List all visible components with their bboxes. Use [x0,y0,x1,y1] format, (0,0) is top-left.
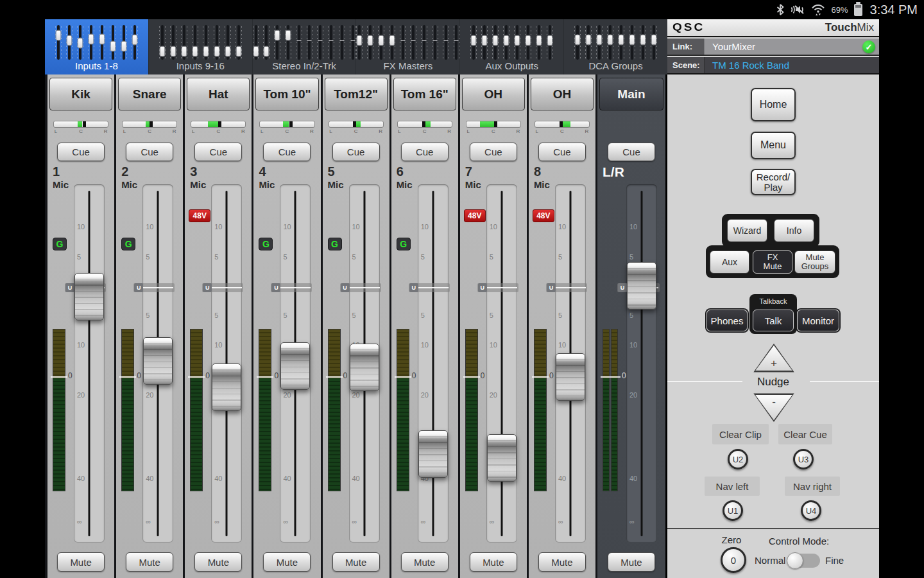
pan-control[interactable]: LCR [191,121,246,136]
pan-control[interactable]: LCR [53,121,108,136]
mute-button[interactable]: Mute [401,552,449,572]
pan-control[interactable]: LCR [259,121,314,136]
fader-knob[interactable] [74,273,104,320]
channel-name-button[interactable]: Tom 16" [393,78,456,110]
nudge-down-button[interactable]: - [753,392,795,423]
fader-knob[interactable] [212,363,241,411]
mini-fader-unity-mark [318,40,323,41]
aux-button[interactable]: Aux [710,250,749,274]
pan-control[interactable]: LCR [466,121,521,136]
phantom-power-badge: 48V [464,209,486,222]
fader-knob[interactable] [487,434,517,482]
fader-knob[interactable] [556,353,585,401]
tab-dca-groups[interactable]: DCA Groups [563,19,667,74]
cue-button[interactable]: Cue [57,143,105,161]
menu-button[interactable]: Menu [751,132,796,159]
fader-track[interactable]: 1055102040∞ [486,184,517,543]
cue-button[interactable]: Cue [538,143,586,161]
pan-label-left: L [261,128,263,134]
wizard-button[interactable]: Wizard [727,219,767,242]
record-play-button[interactable]: Record/Play [751,169,796,195]
tab-inputs-1-8[interactable]: Inputs 1-8 [45,19,148,74]
level-meter-bar [603,329,610,491]
mini-fader-knob [471,35,477,46]
cue-button[interactable]: Cue [470,143,517,161]
channel-name-button[interactable]: Snare [118,78,181,110]
meter-upper-segment [259,329,271,378]
tab-fx-masters[interactable]: FX Masters [355,19,459,74]
tab-inputs-9-16[interactable]: Inputs 9-16 [148,19,252,74]
pan-control[interactable]: LCR [329,121,384,136]
user-button-u1[interactable]: U1 [723,500,743,521]
mute-button[interactable]: Mute [470,552,517,572]
fader-knob[interactable] [143,337,173,385]
pan-control[interactable]: LCR [397,121,452,136]
zero-button[interactable]: 0 [721,547,746,573]
channel-name-button[interactable]: Tom 10" [255,78,318,110]
mute-groups-button[interactable]: MuteGroups [794,250,835,274]
pan-control[interactable]: LCR [535,121,590,136]
mute-button[interactable]: Mute [608,552,655,572]
clear-cue-button[interactable]: Clear Cue [778,424,832,444]
user-button-u3[interactable]: U3 [793,449,814,469]
fader-knob[interactable] [280,342,310,390]
channel-name-button[interactable]: Main [599,78,663,110]
mute-button[interactable]: Mute [332,552,380,572]
channel-name-button[interactable]: Tom12" [325,78,388,110]
channel-source: Mic [465,179,481,190]
cue-button[interactable]: Cue [608,143,655,161]
mini-fader-unity-mark [411,40,416,41]
pan-scale-labels: LCR [259,128,314,135]
fader-knob[interactable] [350,344,379,391]
channel-name-button[interactable]: OH [531,78,594,110]
user-button-u2[interactable]: U2 [728,449,748,469]
cue-button[interactable]: Cue [332,143,380,161]
tab-stereo-in-2trk[interactable]: Stereo In/2-Trk [252,19,356,74]
talk-button[interactable]: Talk [753,310,794,331]
pan-label-right: R [104,128,108,134]
pan-label-right: R [447,128,451,134]
fader-track[interactable]: 1055102040∞ [418,184,449,543]
product-name: TouchMix [825,21,874,34]
fader-knob[interactable] [627,262,656,310]
nudge-up-button[interactable]: + [753,343,795,374]
mute-button[interactable]: Mute [57,552,105,572]
fader-track[interactable]: 1055102040∞ [626,184,657,543]
cue-button[interactable]: Cue [194,143,242,161]
monitor-button[interactable]: Monitor [797,310,839,331]
clear-clip-button[interactable]: Clear Clip [712,424,769,444]
bluetooth-icon [776,4,784,15]
cue-button[interactable]: Cue [401,143,449,161]
mute-button[interactable]: Mute [126,552,173,572]
tab-aux-outputs[interactable]: Aux Outputs [459,19,563,74]
control-mode-toggle[interactable] [788,554,820,568]
pan-label-right: R [173,128,176,134]
nav-left-button[interactable]: Nav left [705,477,760,496]
channel-name-button[interactable]: OH [462,78,525,110]
fader-track[interactable]: 1055102040∞ [74,184,105,543]
home-button[interactable]: Home [751,88,796,121]
mute-button[interactable]: Mute [194,552,242,572]
unity-label: U [203,283,212,292]
mini-fader-knob [170,46,176,57]
channel-name-button[interactable]: Hat [187,78,250,110]
phones-button[interactable]: Phones [706,310,748,331]
pan-control[interactable]: LCR [122,121,177,136]
nav-right-button[interactable]: Nav right [785,477,840,496]
mute-button[interactable]: Mute [263,552,311,572]
cue-button[interactable]: Cue [126,143,173,161]
info-button[interactable]: Info [774,219,814,242]
channel-number: 7 [465,164,472,179]
mini-fader-knob [629,34,635,45]
fx-mute-button[interactable]: FXMute [753,250,792,274]
mini-fader [536,25,542,60]
fader-knob[interactable] [418,430,448,478]
mute-button[interactable]: Mute [538,552,586,572]
user-button-u4[interactable]: U4 [801,500,821,521]
channel-name-button[interactable]: Kik [49,78,112,110]
cue-button[interactable]: Cue [263,143,311,161]
mini-fader [481,25,488,60]
fader-scale-label: 20 [283,391,291,399]
meter-zero-tick [532,376,549,378]
mini-fader [378,25,384,60]
